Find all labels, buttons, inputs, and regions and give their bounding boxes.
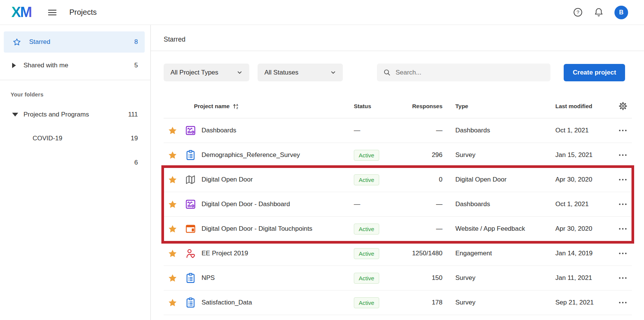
status-badge: Active [354, 248, 379, 259]
star-icon[interactable] [164, 298, 181, 308]
header-divider [151, 51, 644, 51]
type-cell: Dashboards [455, 200, 555, 208]
sidebar-item-count: 5 [134, 62, 138, 69]
row-menu-button[interactable] [614, 203, 632, 205]
folder-label: Projects and Programs [23, 111, 89, 118]
status-badge: Active [354, 224, 379, 235]
table-header: Project name AZ Status Responses Type La… [164, 94, 632, 118]
sidebar-item-shared-with-me[interactable]: Shared with me 5 [0, 56, 150, 75]
expand-arrow-icon[interactable] [12, 63, 16, 68]
table-row[interactable]: Dashboards — — Dashboards Oct 1, 2021 [164, 118, 632, 143]
table-row[interactable]: EE Project 2019 Active 1250/1480 Engagem… [164, 241, 632, 266]
project-name[interactable]: Dashboards [200, 127, 353, 134]
svg-text:?: ? [577, 9, 579, 15]
xm-logo[interactable]: XM [11, 4, 31, 20]
table-body: Dashboards — — Dashboards Oct 1, 2021 De… [164, 118, 632, 315]
dashboard-icon [181, 125, 200, 136]
sidebar-item-label: Shared with me [23, 62, 68, 69]
top-bar: XM Projects ? B [0, 0, 644, 25]
chevron-down-icon [330, 70, 336, 75]
last-modified-cell: Oct 1, 2021 [555, 200, 614, 208]
program-icon [181, 174, 200, 185]
column-status[interactable]: Status [353, 103, 409, 109]
table-row[interactable]: Digital Open Door Active 0 Digital Open … [164, 168, 632, 192]
sidebar-item-starred[interactable]: Starred 8 [4, 31, 145, 53]
star-icon[interactable] [164, 126, 181, 136]
project-name[interactable]: Satisfaction_Data [200, 299, 353, 306]
folder-projects-and-programs[interactable]: Projects and Programs 111 [0, 103, 150, 126]
notifications-bell-icon[interactable] [594, 7, 604, 17]
table-settings-gear-icon[interactable] [614, 102, 632, 110]
sidebar-item-label: Starred [29, 38, 50, 46]
search-icon [383, 68, 391, 77]
table-row[interactable]: Digital Open Door - Dashboard — — Dashbo… [164, 192, 632, 217]
menu-icon[interactable] [47, 7, 58, 18]
row-menu-button[interactable] [614, 253, 632, 255]
status-cell: — [353, 127, 409, 134]
survey-icon [181, 297, 200, 308]
help-icon[interactable]: ? [573, 7, 583, 17]
responses-cell: 150 [409, 274, 442, 282]
survey-icon [181, 149, 200, 161]
engagement-icon [181, 248, 200, 259]
table-row[interactable]: Digital Open Door - Digital Touchpoints … [164, 217, 632, 241]
search-input[interactable] [395, 69, 544, 76]
folder-covid-19[interactable]: COVID-19 19 [0, 126, 150, 151]
status-cell: Active [353, 224, 409, 235]
table-row[interactable]: Satisfaction_Data Active 178 Survey Sep … [164, 290, 632, 315]
last-modified-cell: Apr 30, 2020 [555, 176, 614, 183]
folder-count: 6 [134, 159, 138, 166]
star-outline-icon [12, 37, 22, 47]
type-cell: Digital Open Door [455, 176, 555, 183]
sort-az-icon[interactable]: AZ [232, 103, 239, 110]
table-row[interactable]: Demographics_Reference_Survey Active 296… [164, 143, 632, 168]
star-icon[interactable] [164, 273, 181, 283]
status-badge: Active [354, 273, 379, 284]
folder-unnamed[interactable]: 6 [0, 151, 150, 175]
star-icon[interactable] [164, 175, 181, 185]
column-type[interactable]: Type [455, 103, 555, 109]
type-cell: Survey [455, 151, 555, 159]
breadcrumb: Starred [164, 35, 632, 44]
search-box[interactable] [377, 64, 550, 81]
dashboard-icon [181, 199, 200, 210]
project-name[interactable]: EE Project 2019 [200, 250, 353, 257]
project-name[interactable]: Demographics_Reference_Survey [200, 151, 353, 159]
dropdown-value: All Statuses [264, 69, 299, 76]
project-name[interactable]: Digital Open Door - Dashboard [200, 200, 353, 208]
star-icon[interactable] [164, 199, 181, 210]
status-cell: Active [353, 297, 409, 308]
column-responses[interactable]: Responses [409, 103, 442, 109]
project-types-dropdown[interactable]: All Project Types [164, 64, 249, 81]
column-project-name[interactable]: Project name AZ [181, 103, 353, 110]
type-cell: Survey [455, 299, 555, 306]
row-menu-button[interactable] [614, 179, 632, 181]
row-menu-button[interactable] [614, 277, 632, 279]
table-row[interactable]: NPS Active 150 Survey Jan 11, 2021 [164, 266, 632, 290]
status-cell: Active [353, 248, 409, 259]
project-name[interactable]: Digital Open Door [200, 176, 353, 183]
star-icon[interactable] [164, 150, 181, 160]
row-menu-button[interactable] [614, 154, 632, 156]
star-icon[interactable] [164, 224, 181, 234]
project-name[interactable]: Digital Open Door - Digital Touchpoints [200, 225, 353, 233]
dropdown-value: All Project Types [170, 69, 218, 76]
create-project-button[interactable]: Create project [564, 64, 625, 81]
topbar-actions: ? B [573, 6, 628, 19]
last-modified-cell: Oct 1, 2021 [555, 127, 614, 134]
status-cell: — [353, 200, 409, 208]
responses-cell: 1250/1480 [409, 250, 442, 257]
project-name[interactable]: NPS [200, 274, 353, 282]
webapp-icon [181, 223, 200, 235]
collapse-arrow-icon[interactable] [12, 113, 18, 117]
statuses-dropdown[interactable]: All Statuses [258, 64, 343, 81]
row-menu-button[interactable] [614, 130, 632, 132]
avatar[interactable]: B [614, 6, 628, 19]
last-modified-cell: Jan 15, 2021 [555, 151, 614, 159]
row-menu-button[interactable] [614, 302, 632, 304]
last-modified-cell: Apr 30, 2020 [555, 225, 614, 233]
page-title: Projects [69, 8, 97, 17]
row-menu-button[interactable] [614, 228, 632, 230]
column-last-modified[interactable]: Last modified [555, 103, 614, 109]
star-icon[interactable] [164, 249, 181, 259]
